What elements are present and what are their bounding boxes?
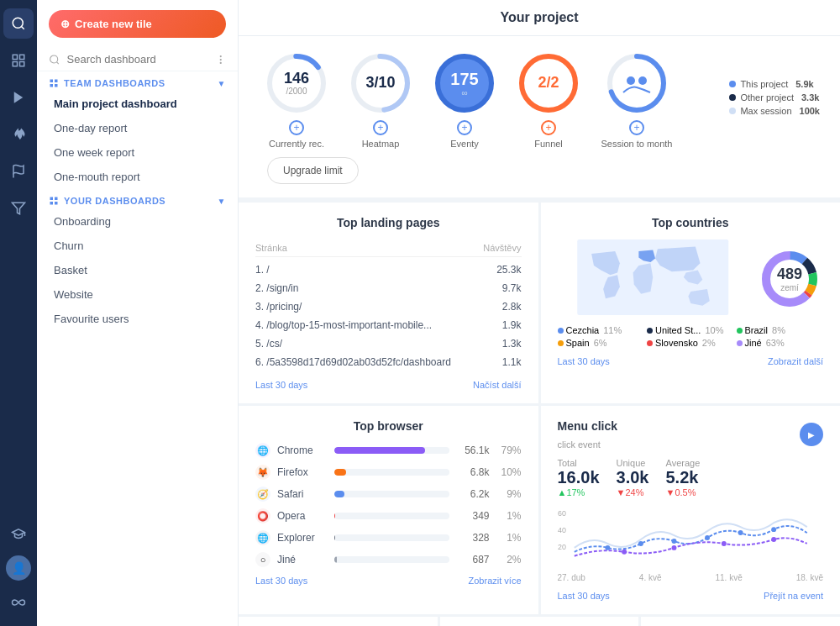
- browser-icon: 🦊: [255, 465, 270, 480]
- browser-icon: 🧭: [255, 487, 270, 502]
- sidebar-item-one-day[interactable]: One-day report: [37, 116, 238, 140]
- country-dot: [558, 328, 564, 334]
- menu-last-30[interactable]: Last 30 days: [558, 591, 610, 601]
- metric-add-button[interactable]: +: [289, 120, 304, 135]
- metric-add-button[interactable]: +: [541, 120, 556, 135]
- play-icon[interactable]: [3, 82, 34, 113]
- table-footer: Last 30 days Načíst další: [255, 380, 522, 390]
- metric-add-button[interactable]: +: [629, 120, 644, 135]
- svg-rect-17: [55, 197, 58, 201]
- browser-name: Opera: [277, 510, 328, 522]
- svg-point-43: [605, 545, 610, 550]
- countries-show-more[interactable]: Zobrazit další: [768, 356, 823, 366]
- donut-sub: zemí: [777, 283, 802, 292]
- your-dashboards-icon: [49, 196, 59, 206]
- countries-content: 489 zemí: [558, 239, 824, 318]
- browser-count: 56.1k: [456, 445, 490, 456]
- legend-value: 100k: [800, 106, 820, 116]
- legend-label: Other project: [740, 92, 794, 103]
- graduation-icon[interactable]: [3, 518, 34, 549]
- sidebar-item-main-project[interactable]: Main project dashboard: [37, 92, 238, 116]
- filter-icon[interactable]: [3, 193, 34, 224]
- svg-rect-15: [50, 84, 54, 87]
- svg-point-49: [622, 550, 627, 555]
- legend-dot: [729, 94, 736, 101]
- flag-icon[interactable]: [3, 156, 34, 187]
- sparkline-container: 60 40 20: [558, 506, 824, 582]
- project-title: Your project: [239, 0, 840, 36]
- browser-row: 🧭 Safari 6.2k 9%: [255, 487, 522, 502]
- svg-text:20: 20: [558, 543, 566, 551]
- svg-text:60: 60: [558, 509, 566, 518]
- new-returning-panel: New vs. Returning: [440, 617, 639, 626]
- browser-bar-fill: [334, 513, 335, 519]
- browser-pct: 79%: [496, 445, 522, 456]
- search-icon[interactable]: [3, 8, 34, 39]
- main-content: Your project 146 /2000 + Currently rec.: [239, 0, 840, 626]
- metric-add-button[interactable]: +: [457, 120, 472, 135]
- browser-count: 6.2k: [456, 488, 490, 500]
- world-map: [558, 239, 748, 315]
- load-more-link[interactable]: Načíst další: [473, 380, 521, 390]
- sidebar-item-favourite[interactable]: Favourite users: [37, 307, 238, 331]
- last-30-days-link[interactable]: Last 30 days: [255, 380, 307, 390]
- your-section-label: YOUR DASHBOARDS: [64, 196, 165, 206]
- team-dashboards-header[interactable]: TEAM DASHBOARDS ▼: [37, 71, 238, 92]
- grid-icon[interactable]: [3, 45, 34, 76]
- browser-name: Safari: [277, 488, 328, 500]
- menu-click-footer: Last 30 days Přejít na event: [558, 591, 824, 601]
- sidebar-item-one-mouth[interactable]: One-mouth report: [37, 165, 238, 189]
- infinity-icon[interactable]: [3, 587, 34, 618]
- more-icon[interactable]: [215, 54, 227, 66]
- svg-point-0: [13, 18, 23, 28]
- browser-count: 328: [456, 532, 490, 544]
- nav-item-label: Basket: [54, 264, 87, 276]
- country-item: Jiné 63%: [737, 338, 824, 348]
- plus-icon: ⊕: [60, 18, 70, 30]
- nav-item-label: One-mouth report: [54, 171, 140, 183]
- nav-item-label: Churn: [54, 239, 83, 252]
- team-chevron-icon[interactable]: ▼: [218, 79, 226, 88]
- legend-dot: [729, 81, 736, 87]
- nav-item-label: Website: [54, 288, 93, 301]
- create-tile-button[interactable]: ⊕ Create new tile: [49, 10, 226, 38]
- metric-value: 175: [450, 70, 478, 88]
- avatar-icon[interactable]: 👤: [6, 555, 31, 581]
- your-chevron-icon[interactable]: ▼: [218, 197, 226, 206]
- nav-item-label: Onboarding: [54, 215, 111, 228]
- svg-rect-1: [13, 55, 17, 59]
- country-dot: [647, 328, 653, 334]
- sidebar-search-container: [37, 48, 238, 71]
- legend-label: Max session: [740, 106, 791, 116]
- upgrade-limit-button[interactable]: Upgrade limit: [267, 157, 359, 184]
- countries-last-30[interactable]: Last 30 days: [558, 356, 610, 366]
- browser-last-30[interactable]: Last 30 days: [255, 576, 307, 586]
- country-dot: [737, 340, 743, 346]
- svg-point-44: [638, 541, 643, 546]
- browser-show-more[interactable]: Zobrazit více: [469, 576, 522, 586]
- sidebar-item-onboarding[interactable]: Onboarding: [37, 209, 238, 234]
- search-input[interactable]: [67, 53, 208, 66]
- table-row: 3. /pricing/ 2.8k: [255, 297, 522, 316]
- sidebar-item-churn[interactable]: Churn: [37, 234, 238, 258]
- browser-bar-fill: [334, 556, 337, 563]
- metric-add-button[interactable]: +: [373, 120, 388, 135]
- metric-circle: 175 ∞: [431, 50, 498, 117]
- legend-max-session: Max session 100k: [729, 106, 820, 116]
- flame-icon[interactable]: [3, 119, 34, 150]
- browser-bar-container: [334, 447, 449, 454]
- svg-point-27: [522, 56, 575, 110]
- team-icon: [49, 78, 59, 88]
- sidebar-item-one-week[interactable]: One week report: [37, 140, 238, 165]
- menu-goto-event[interactable]: Přejít na event: [764, 591, 823, 601]
- sidebar-item-website[interactable]: Website: [37, 282, 238, 307]
- browser-row: ⭕ Opera 349 1%: [255, 508, 522, 523]
- play-button[interactable]: ▶: [800, 423, 823, 446]
- top-landing-panel: Top landing pages Stránka Návštěvy 1. / …: [239, 203, 538, 403]
- table-row: 2. /sign/in 9.7k: [255, 279, 522, 297]
- svg-rect-3: [20, 62, 24, 66]
- sidebar-item-basket[interactable]: Basket: [37, 258, 238, 282]
- your-dashboards-header[interactable]: YOUR DASHBOARDS ▼: [37, 189, 238, 209]
- country-item: Brazil 8%: [737, 325, 824, 335]
- svg-rect-13: [55, 80, 58, 83]
